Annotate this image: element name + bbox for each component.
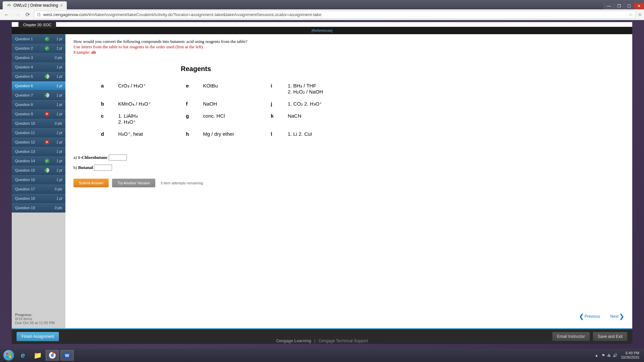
question-points: 0 pts	[52, 206, 62, 210]
tab-close-icon[interactable]: ×	[60, 3, 63, 8]
answer-a-input[interactable]	[109, 155, 127, 161]
question-item-14[interactable]: Question 14✓1 pt	[12, 156, 65, 166]
next-label: Next	[610, 314, 619, 319]
question-item-10[interactable]: Question 100 pts	[12, 119, 65, 128]
reagents-table: aCrO₃ / H₃O⁺eKOtBui1. BH₃ / THF 2. H₂O₂ …	[94, 79, 349, 140]
browser-chrome: OWLv2 | Online teaching × — ❐ ☐ ✕ ← → ⟳ …	[0, 0, 644, 20]
question-status-icon: ✕	[45, 140, 49, 144]
chapter-tab[interactable]: Chapter 20: EOC	[18, 21, 56, 28]
tray-volume-icon[interactable]: 🔊	[613, 353, 618, 358]
reagent-letter: a	[94, 80, 111, 98]
question-item-12[interactable]: Question 12✕1 pt	[12, 137, 65, 147]
question-status-icon	[45, 121, 49, 126]
question-label: Question 15	[15, 168, 42, 172]
app-frame: Chapter 20: EOC [References] Question 1✓…	[12, 22, 632, 344]
taskbar-word-icon[interactable]: W	[60, 350, 74, 361]
windows-taskbar: e 📁 W ▲ ⚑ 🖧 🔊 6:49 PM 10/26/2015	[0, 349, 644, 362]
question-item-15[interactable]: Question 15✓1 pt	[12, 166, 65, 175]
window-restore[interactable]: ❐	[614, 3, 624, 9]
svg-rect-4	[9, 353, 11, 355]
taskbar-chrome-icon[interactable]	[46, 350, 59, 361]
tray-network-icon[interactable]: 🖧	[607, 353, 611, 357]
reagents-title: Reagents	[181, 65, 624, 73]
question-item-18[interactable]: Question 181 pt	[12, 194, 65, 203]
previous-label: Previous	[585, 314, 600, 319]
reagent-value: CrO₃ / H₃O⁺	[111, 80, 178, 98]
back-button[interactable]: ←	[3, 12, 11, 18]
tab-title: OWLv2 | Online teaching	[13, 3, 58, 8]
answer-row-b: b) Butanal	[73, 165, 624, 171]
question-item-11[interactable]: Question 111 pt	[12, 128, 65, 137]
question-status-icon	[45, 83, 49, 88]
question-item-8[interactable]: Question 81 pt	[12, 100, 65, 109]
previous-link[interactable]: ❮Previous	[579, 313, 600, 320]
window-minimize[interactable]: —	[604, 3, 614, 9]
footer: Cengage Learning | Cengage Technical Sup…	[0, 335, 644, 347]
prompt-line3-prefix: Example:	[73, 50, 91, 55]
url-input[interactable]: 🗋 west.cengagenow.com/ilrn/takeAssignmen…	[34, 11, 636, 19]
reload-button[interactable]: ⟳	[24, 11, 31, 18]
taskbar-explorer-icon[interactable]: 📁	[31, 350, 44, 361]
progress-label: Progress:	[15, 313, 32, 317]
question-item-13[interactable]: Question 131 pt	[12, 147, 65, 156]
svg-rect-6	[9, 356, 11, 358]
question-item-5[interactable]: Question 5✓1 pt	[12, 72, 65, 81]
question-status-icon	[45, 177, 49, 182]
browser-tab[interactable]: OWLv2 | Online teaching ×	[3, 1, 67, 9]
question-points: 1 pt	[52, 197, 62, 200]
reagent-letter: g	[179, 110, 196, 128]
svg-point-0	[7, 5, 9, 6]
reagent-value: 1. LiAlH₄ 2. H₃O⁺	[111, 110, 178, 128]
question-label: Question 13	[15, 149, 42, 154]
question-item-7[interactable]: Question 7✓1 pt	[12, 90, 65, 100]
footer-brand[interactable]: Cengage Learning	[276, 339, 311, 343]
chrome-menu-icon[interactable]: ≡	[638, 12, 641, 18]
submit-answer-button[interactable]: Submit Answer	[73, 179, 109, 187]
question-label: Question 9	[15, 112, 42, 116]
footer-support[interactable]: Cengage Technical Support	[319, 339, 368, 343]
reagent-value: KMnO₄ / H₃O⁺	[111, 98, 178, 110]
start-button[interactable]	[2, 349, 15, 362]
forward-button[interactable]: →	[13, 12, 21, 18]
owl-favicon	[7, 3, 11, 8]
answer-b-label: b)	[73, 165, 78, 170]
reagent-letter: e	[179, 80, 196, 98]
question-points: 0 pts	[52, 56, 62, 60]
question-item-19[interactable]: Question 190 pts	[12, 203, 65, 213]
question-item-6[interactable]: Question 61 pt	[12, 81, 65, 90]
question-points: 1 pt	[52, 131, 62, 135]
question-item-3[interactable]: Question 30 pts	[12, 53, 65, 62]
tray-show-hidden-icon[interactable]: ▲	[595, 353, 598, 357]
tray-clock[interactable]: 6:49 PM 10/26/2015	[621, 351, 639, 360]
question-status-icon	[45, 196, 49, 201]
window-controls: — ❐ ☐ ✕	[604, 3, 644, 9]
window-maximize[interactable]: ☐	[624, 3, 634, 9]
taskbar-ie-icon[interactable]: e	[16, 350, 30, 361]
question-points: 1 pt	[52, 169, 62, 172]
reagent-letter: d	[94, 128, 111, 140]
question-status-icon: ✓	[45, 168, 49, 173]
question-item-17[interactable]: Question 170 pts	[12, 184, 65, 194]
reagent-value: H₃O⁺, heat	[111, 128, 178, 140]
question-points: 1 pt	[52, 140, 62, 144]
question-item-4[interactable]: Question 41 pt	[12, 62, 65, 72]
answer-b-input[interactable]	[94, 165, 112, 171]
window-close[interactable]: ✕	[634, 3, 644, 9]
question-item-9[interactable]: Question 9✕1 pt	[12, 109, 65, 119]
prompt-line3-bold: ab	[91, 50, 96, 55]
question-status-icon	[45, 102, 49, 107]
references-link[interactable]: [References]	[312, 28, 332, 33]
question-item-2[interactable]: Question 2✓1 pt	[12, 44, 65, 53]
question-status-icon	[45, 65, 49, 69]
question-item-16[interactable]: Question 161 pt	[12, 175, 65, 184]
try-another-button[interactable]: Try Another Version	[112, 179, 155, 187]
question-status-icon	[45, 149, 49, 154]
question-label: Question 18	[15, 196, 42, 200]
question-points: 0 pts	[52, 122, 62, 125]
reagent-letter: h	[179, 128, 196, 140]
question-item-1[interactable]: Question 1✓1 pt	[12, 34, 65, 44]
next-link[interactable]: Next❯	[610, 313, 624, 320]
reagent-letter: j	[264, 98, 280, 110]
tray-flag-icon[interactable]: ⚑	[602, 353, 605, 358]
bookmark-star-icon[interactable]: ☆	[629, 12, 633, 17]
